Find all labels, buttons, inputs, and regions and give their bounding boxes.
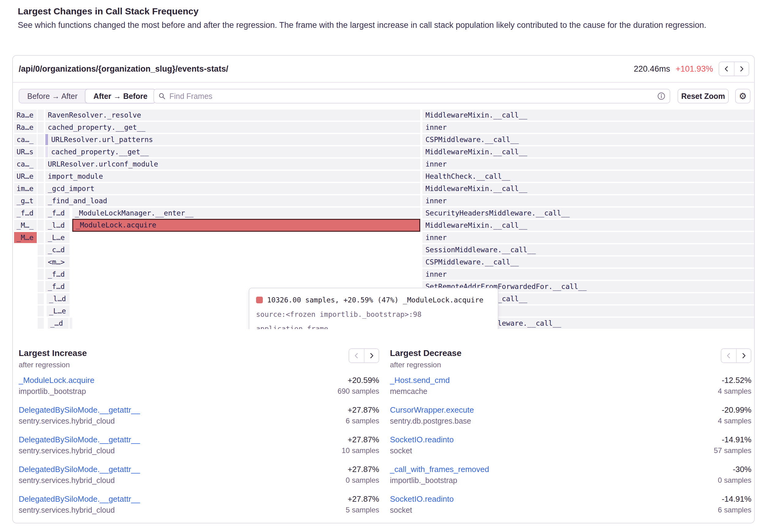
frame-cell[interactable]: _ModuleLock.acquire <box>72 219 420 232</box>
frame-cell[interactable]: inner <box>423 269 754 280</box>
change-percent: -12.52% <box>718 375 751 386</box>
prev-endpoint-button[interactable] <box>719 62 734 76</box>
flamegraph-canvas[interactable]: Ra…eRavenResolver._resolveMiddlewareMixi… <box>13 110 754 329</box>
endpoint-pagination <box>719 62 749 76</box>
frame-cell[interactable]: inner <box>423 122 754 133</box>
frame-cell[interactable]: _…d <box>48 318 69 329</box>
frame-cell[interactable] <box>38 146 44 157</box>
frame-cell[interactable]: URLResolver.url_patterns <box>49 134 420 145</box>
frame-cell[interactable]: _find_and_load <box>45 195 420 206</box>
frame-cell[interactable] <box>38 195 44 206</box>
increase-prev-button[interactable] <box>349 349 364 362</box>
search-input[interactable] <box>169 92 657 101</box>
frame-cell[interactable] <box>38 269 44 280</box>
frame-cell[interactable] <box>38 293 44 304</box>
frame-cell[interactable]: MiddlewareMixin.__call__ <box>423 146 754 157</box>
frame-cell[interactable]: _l…d <box>47 293 70 304</box>
frame-cell[interactable]: _M…_ <box>14 220 37 231</box>
frame-cell[interactable]: _ModuleLockManager.__enter__ <box>72 208 420 219</box>
frame-cell[interactable] <box>38 232 44 243</box>
decrease-next-button[interactable] <box>736 349 751 362</box>
function-link[interactable]: _Host.send_cmd <box>390 375 450 386</box>
frame-cell[interactable] <box>38 134 44 145</box>
frame-cell[interactable]: CSPMiddleware.__call__ <box>423 257 754 268</box>
frame-cell[interactable]: _L…e <box>47 305 70 317</box>
frame-cell[interactable]: _f…d <box>45 269 70 280</box>
frame-cell[interactable] <box>38 159 44 170</box>
function-link[interactable]: SocketIO.readinto <box>390 434 454 445</box>
frame-cell[interactable]: UR…e <box>14 171 37 182</box>
decrease-prev-button[interactable] <box>721 349 736 362</box>
frame-cell[interactable] <box>38 257 44 268</box>
frame-cell[interactable]: im…e <box>14 183 37 194</box>
frame-cell[interactable] <box>38 110 44 121</box>
frame-cell[interactable]: inner <box>423 232 754 243</box>
list-item: DelegatedBySiloMode.__getattr__sentry.se… <box>19 493 379 515</box>
frame-cell[interactable] <box>38 220 44 231</box>
frame-cell[interactable] <box>70 318 72 329</box>
frame-cell[interactable]: URLResolver.urlconf_module <box>45 159 420 170</box>
frame-cell[interactable]: inner <box>423 159 754 170</box>
frame-cell[interactable]: Ra…e <box>14 122 37 133</box>
frame-cell[interactable]: MiddlewareMixin.__call__ <box>423 183 754 194</box>
function-link[interactable]: _ModuleLock.acquire <box>19 375 94 386</box>
frame-cell[interactable]: _f…d <box>45 281 70 292</box>
frame-cell[interactable]: ca…_ <box>14 134 37 145</box>
sample-count: 0 samples <box>718 475 751 486</box>
frame-cell[interactable]: ca…_ <box>14 159 37 170</box>
increase-next-button[interactable] <box>364 349 378 362</box>
frame-cell[interactable] <box>38 208 44 219</box>
frame-cell[interactable]: _gcd_import <box>45 183 420 194</box>
segment-before-after[interactable]: Before → After <box>19 89 85 103</box>
find-frames-search[interactable] <box>153 89 670 103</box>
frame-cell[interactable]: _f…d <box>45 208 70 219</box>
frame-cell[interactable] <box>38 171 44 182</box>
frame-cell[interactable] <box>38 318 44 329</box>
frame-cell[interactable]: cached_property.__get__ <box>45 122 420 133</box>
frame-cell[interactable]: _g…t <box>14 195 37 206</box>
reset-zoom-button[interactable]: Reset Zoom <box>678 89 729 103</box>
frame-cell[interactable]: _f…d <box>14 208 37 219</box>
increase-subtitle: after regression <box>19 361 87 369</box>
function-link[interactable]: _call_with_frames_removed <box>390 464 489 475</box>
frame-cell[interactable]: _M…e <box>14 232 37 243</box>
next-endpoint-button[interactable] <box>734 62 749 76</box>
frame-cell[interactable]: Ra…e <box>14 110 37 121</box>
gear-icon[interactable]: ⚙ <box>735 89 750 103</box>
change-percent: +27.87% <box>341 434 379 445</box>
function-link[interactable]: CursorWrapper.execute <box>390 404 474 415</box>
frame-cell[interactable]: UR…s <box>14 146 37 157</box>
frame-cell[interactable] <box>45 134 48 145</box>
chevron-right-icon <box>740 352 747 359</box>
function-link[interactable]: DelegatedBySiloMode.__getattr__ <box>19 434 140 445</box>
frame-cell[interactable] <box>38 122 44 133</box>
tooltip-samples: 10326.00 samples, +20.59% (47%) _ModuleL… <box>267 296 483 304</box>
frame-cell[interactable]: CSPMiddleware.__call__ <box>423 134 754 145</box>
function-link[interactable]: SocketIO.readinto <box>390 493 454 504</box>
frame-cell[interactable]: MiddlewareMixin.__call__ <box>423 220 754 231</box>
frame-cell[interactable] <box>38 244 44 255</box>
frame-cell[interactable] <box>38 281 44 292</box>
frame-cell[interactable]: _l…d <box>45 220 70 231</box>
info-icon[interactable] <box>657 92 665 100</box>
frame-cell[interactable] <box>45 146 48 157</box>
function-link[interactable]: DelegatedBySiloMode.__getattr__ <box>19 464 140 475</box>
frame-cell[interactable] <box>38 305 44 317</box>
frame-cell[interactable]: RavenResolver._resolve <box>45 110 420 121</box>
frame-cell[interactable]: SecurityHeadersMiddleware.__call__ <box>423 208 754 219</box>
frame-cell[interactable]: _c…d <box>45 244 70 255</box>
frame-cell[interactable]: <m…> <box>45 257 70 268</box>
frame-cell[interactable] <box>38 183 44 194</box>
frame-cell[interactable]: _L…e <box>45 232 70 243</box>
frame-cell[interactable]: MiddlewareMixin.__call__ <box>423 110 754 121</box>
frame-cell[interactable]: HealthCheck.__call__ <box>423 171 754 182</box>
frame-cell[interactable]: SessionMiddleware.__call__ <box>423 244 754 255</box>
frame-cell[interactable]: cached_property.__get__ <box>49 146 420 157</box>
frame-cell[interactable]: inner <box>423 195 754 206</box>
list-item: DelegatedBySiloMode.__getattr__sentry.se… <box>19 464 379 486</box>
function-link[interactable]: DelegatedBySiloMode.__getattr__ <box>19 493 140 504</box>
frame-cell[interactable]: import_module <box>45 171 420 182</box>
list-item: _Host.send_cmdmemcache-12.52%4 samples <box>390 375 751 397</box>
segment-after-before[interactable]: After → Before <box>85 89 156 103</box>
function-link[interactable]: DelegatedBySiloMode.__getattr__ <box>19 404 140 415</box>
